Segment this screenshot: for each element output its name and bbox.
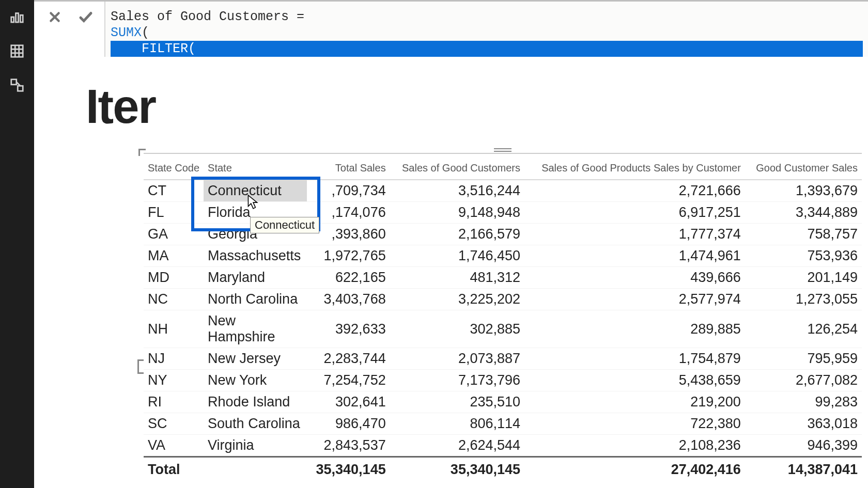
cell-good-customers: 3,225,202 xyxy=(390,289,524,310)
cell-good-products: 219,200 xyxy=(524,391,745,413)
svg-rect-0 xyxy=(11,17,14,22)
cell-state-code: GA xyxy=(144,224,204,245)
table-total-row: Total35,340,14535,340,14527,402,41614,38… xyxy=(144,457,862,481)
table-header-row: State Code State Total Sales Sales of Go… xyxy=(144,154,862,180)
data-view-button[interactable] xyxy=(7,41,27,61)
cell-good-cust-sales: 1,393,679 xyxy=(745,180,862,202)
cell-good-cust-sales: 201,149 xyxy=(745,267,862,289)
cell-state-code: MD xyxy=(144,267,204,289)
cell-state: New Jersey xyxy=(204,348,307,370)
cell-good-cust-sales: 126,254 xyxy=(745,310,862,348)
cell-good-products: 6,917,251 xyxy=(524,202,745,224)
cell-state: New Hampshire xyxy=(204,310,307,348)
cell-state: New York xyxy=(204,370,307,391)
cell-state-code: NJ xyxy=(144,348,204,370)
cell-state-code: NC xyxy=(144,289,204,310)
cell-total-sales: 986,470 xyxy=(307,413,390,435)
total-val: 27,402,416 xyxy=(524,457,745,481)
table-row[interactable]: NHNew Hampshire392,633302,885289,885126,… xyxy=(144,310,862,348)
cell-state-code: FL xyxy=(144,202,204,224)
svg-rect-9 xyxy=(18,86,23,91)
cell-good-customers: 235,510 xyxy=(390,391,524,413)
formula-line: Sales of Good Customers = xyxy=(111,9,863,25)
cell-state: Maryland xyxy=(204,267,307,289)
commit-formula-button[interactable] xyxy=(78,9,94,25)
cell-good-cust-sales: 363,018 xyxy=(745,413,862,435)
cell-total-sales: 302,641 xyxy=(307,391,390,413)
table-row[interactable]: NJNew Jersey2,283,7442,073,8871,754,8797… xyxy=(144,348,862,370)
col-header[interactable]: Sales of Good Products Sales by Customer xyxy=(524,154,745,180)
cell-good-customers: 302,885 xyxy=(390,310,524,348)
table-visual[interactable]: State Code State Total Sales Sales of Go… xyxy=(144,153,862,480)
cell-good-customers: 9,148,948 xyxy=(390,202,524,224)
cell-good-products: 439,666 xyxy=(524,267,745,289)
cell-good-customers: 481,312 xyxy=(390,267,524,289)
formula-line: SUMX( xyxy=(111,25,863,41)
table-row[interactable]: MAMassachusetts1,972,7651,746,4501,474,9… xyxy=(144,245,862,267)
main-area: Sales of Good Customers =SUMX( FILTER( V… xyxy=(34,0,868,488)
table-row[interactable]: CTConnecticut,709,7343,516,2442,721,6661… xyxy=(144,180,862,202)
cell-good-customers: 7,173,796 xyxy=(390,370,524,391)
cell-total-sales: ,709,734 xyxy=(307,180,390,202)
cell-total-sales: 2,283,744 xyxy=(307,348,390,370)
cell-state: Virginia xyxy=(204,435,307,457)
cell-good-cust-sales: 3,344,889 xyxy=(745,202,862,224)
resize-handle-icon[interactable] xyxy=(138,149,146,156)
col-header[interactable]: Good Customer Sales xyxy=(745,154,862,180)
table-row[interactable]: NCNorth Carolina3,403,7683,225,2022,577,… xyxy=(144,289,862,310)
table-row[interactable]: RIRhode Island302,641235,510219,20099,28… xyxy=(144,391,862,413)
cell-good-customers: 806,114 xyxy=(390,413,524,435)
cell-good-customers: 2,166,579 xyxy=(390,224,524,245)
col-header[interactable]: State Code xyxy=(144,154,204,180)
svg-rect-8 xyxy=(11,80,17,85)
cell-state-code: VA xyxy=(144,435,204,457)
cell-state-code: RI xyxy=(144,391,204,413)
cell-good-cust-sales: 99,283 xyxy=(745,391,862,413)
col-header[interactable]: State xyxy=(204,154,307,180)
cell-state: Rhode Island xyxy=(204,391,307,413)
cell-good-products: 5,438,659 xyxy=(524,370,745,391)
cell-state: North Carolina xyxy=(204,289,307,310)
cell-state: Massachusetts xyxy=(204,245,307,267)
cell-total-sales: 392,633 xyxy=(307,310,390,348)
cell-state-code: NH xyxy=(144,310,204,348)
report-view-button[interactable] xyxy=(7,7,27,27)
page-title: Iter xyxy=(86,80,156,134)
table-row[interactable]: SCSouth Carolina986,470806,114722,380363… xyxy=(144,413,862,435)
cell-good-customers: 3,516,244 xyxy=(390,180,524,202)
table-row[interactable]: NYNew York7,254,7527,173,7965,438,6592,6… xyxy=(144,370,862,391)
cell-total-sales: 2,843,537 xyxy=(307,435,390,457)
col-header[interactable]: Total Sales xyxy=(307,154,390,180)
table-row[interactable]: VAVirginia2,843,5372,624,5442,108,236946… xyxy=(144,435,862,457)
cancel-formula-button[interactable] xyxy=(47,9,63,25)
cell-tooltip: Connecticut xyxy=(250,217,319,233)
cell-state-code: NY xyxy=(144,370,204,391)
cell-total-sales: 1,972,765 xyxy=(307,245,390,267)
total-val: 35,340,145 xyxy=(390,457,524,481)
report-canvas[interactable]: Iter State Code State Total Sales Sales … xyxy=(44,57,868,488)
data-table: State Code State Total Sales Sales of Go… xyxy=(144,154,862,480)
cell-state: South Carolina xyxy=(204,413,307,435)
resize-handle-icon[interactable] xyxy=(137,359,144,374)
nav-rail xyxy=(0,0,34,488)
cell-good-products: 2,721,666 xyxy=(524,180,745,202)
cell-state: Connecticut xyxy=(204,180,307,202)
table-row[interactable]: MDMaryland622,165481,312439,666201,149 xyxy=(144,267,862,289)
cell-good-products: 1,754,879 xyxy=(524,348,745,370)
col-header[interactable]: Sales of Good Customers xyxy=(390,154,524,180)
drag-handle-icon[interactable] xyxy=(494,146,512,154)
model-view-button[interactable] xyxy=(7,75,27,95)
svg-rect-2 xyxy=(20,15,23,22)
formula-line: FILTER( xyxy=(111,41,863,57)
cell-total-sales: 7,254,752 xyxy=(307,370,390,391)
cell-good-cust-sales: 946,399 xyxy=(745,435,862,457)
svg-rect-3 xyxy=(11,45,23,57)
cell-good-cust-sales: 758,757 xyxy=(745,224,862,245)
cell-good-cust-sales: 2,677,082 xyxy=(745,370,862,391)
cell-good-products: 2,108,236 xyxy=(524,435,745,457)
cell-good-cust-sales: 753,936 xyxy=(745,245,862,267)
svg-rect-1 xyxy=(16,13,19,23)
cell-good-products: 2,577,974 xyxy=(524,289,745,310)
cell-good-customers: 1,746,450 xyxy=(390,245,524,267)
cell-good-products: 1,777,374 xyxy=(524,224,745,245)
